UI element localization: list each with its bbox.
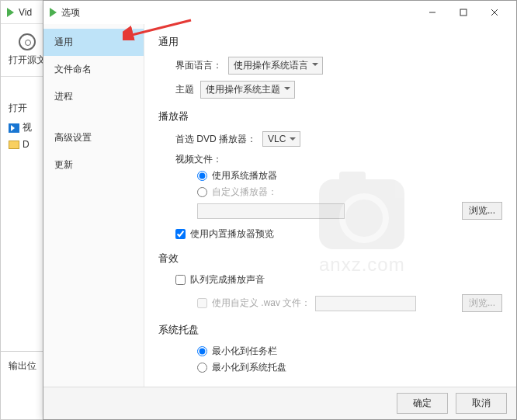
dvd-player-select[interactable]: VLC [262, 131, 300, 147]
minimize-button[interactable] [417, 2, 448, 23]
check-builtin-preview[interactable]: 使用内置播放器预览 [175, 227, 502, 241]
section-player-title: 播放器 [158, 109, 502, 123]
radio-min-tray[interactable]: 最小化到系统托盘 [197, 361, 502, 374]
row-theme: 主题 使用操作系统主题 [175, 81, 502, 99]
row-ui-language: 界面语言： 使用操作系统语言 [175, 57, 502, 75]
dialog-body: 通用 文件命名 进程 高级设置 更新 anxz.com 通用 界面语言： 使用操… [43, 24, 516, 387]
ui-language-label: 界面语言： [175, 59, 222, 72]
main-sidebar: 打开 视 D [9, 102, 32, 154]
radio-min-taskbar[interactable]: 最小化到任务栏 [197, 345, 502, 358]
open-source-button[interactable]: 打开源文 [9, 33, 46, 67]
check-custom-wav-input [197, 298, 207, 308]
window-controls [417, 2, 510, 23]
sidebar-open-head: 打开 [9, 102, 32, 115]
section-audio-title: 音效 [158, 252, 502, 266]
video-files-label: 视频文件： [175, 153, 502, 166]
theme-select[interactable]: 使用操作系统主题 [200, 81, 295, 99]
sidebar-item-d[interactable]: D [9, 139, 32, 150]
check-builtin-preview-input[interactable] [175, 229, 186, 239]
check-queue-done-sound-input[interactable] [175, 275, 186, 285]
dialog-sidebar: 通用 文件命名 进程 高级设置 更新 [43, 24, 144, 387]
ui-language-select[interactable]: 使用操作系统语言 [228, 57, 323, 75]
sidebar-item-filenaming[interactable]: 文件命名 [43, 56, 144, 83]
sidebar-item-general[interactable]: 通用 [43, 29, 144, 56]
ok-button[interactable]: 确定 [397, 393, 448, 414]
close-icon [491, 9, 498, 16]
browse-player-button[interactable]: 浏览... [462, 202, 502, 220]
maximize-button[interactable] [448, 2, 479, 23]
custom-player-path-input[interactable] [197, 203, 345, 219]
app-play-icon [7, 8, 14, 17]
sidebar-item-update[interactable]: 更新 [43, 151, 144, 179]
dialog-title: 选项 [61, 6, 80, 19]
disc-icon [19, 33, 36, 50]
close-button[interactable] [479, 2, 510, 23]
cancel-button[interactable]: 取消 [456, 393, 507, 414]
radio-system-player-input[interactable] [197, 171, 207, 181]
browse-wav-button[interactable]: 浏览... [462, 294, 502, 312]
radio-custom-player[interactable]: 自定义播放器： [197, 186, 502, 199]
custom-wav-path-input [315, 296, 416, 311]
sidebar-item-advanced[interactable]: 高级设置 [43, 124, 144, 151]
app-play-icon [50, 8, 57, 17]
options-dialog: 选项 通用 文件命名 进程 高级设置 更新 anxz.com [43, 0, 517, 420]
svg-rect-1 [460, 9, 467, 16]
dialog-titlebar: 选项 [43, 1, 516, 24]
maximize-icon [460, 9, 467, 16]
dialog-footer: 确定 取消 [43, 387, 516, 419]
check-custom-wav: 使用自定义 .wav 文件： 浏览... [197, 294, 502, 312]
dvd-player-label: 首选 DVD 播放器： [175, 133, 256, 146]
radio-min-taskbar-input[interactable] [197, 346, 207, 356]
minimize-icon [429, 9, 436, 16]
section-tray-title: 系统托盘 [158, 323, 502, 337]
section-general-title: 通用 [158, 35, 502, 49]
sidebar-item-video[interactable]: 视 [9, 121, 32, 134]
dialog-content: anxz.com 通用 界面语言： 使用操作系统语言 主题 使用操作系统主题 播… [144, 24, 516, 387]
custom-player-path-row: 浏览... [197, 202, 502, 220]
video-file-icon [9, 123, 19, 133]
theme-label: 主题 [175, 83, 194, 96]
radio-min-tray-input[interactable] [197, 363, 207, 373]
radio-system-player[interactable]: 使用系统播放器 [197, 169, 502, 182]
row-dvd-player: 首选 DVD 播放器： VLC [175, 131, 502, 147]
sidebar-item-progress[interactable]: 进程 [43, 83, 144, 110]
folder-icon [9, 141, 19, 149]
check-queue-done-sound[interactable]: 队列完成播放声音 [175, 273, 502, 286]
open-source-label: 打开源文 [9, 54, 46, 67]
main-title: Vid [19, 7, 32, 18]
radio-custom-player-input[interactable] [197, 187, 207, 197]
